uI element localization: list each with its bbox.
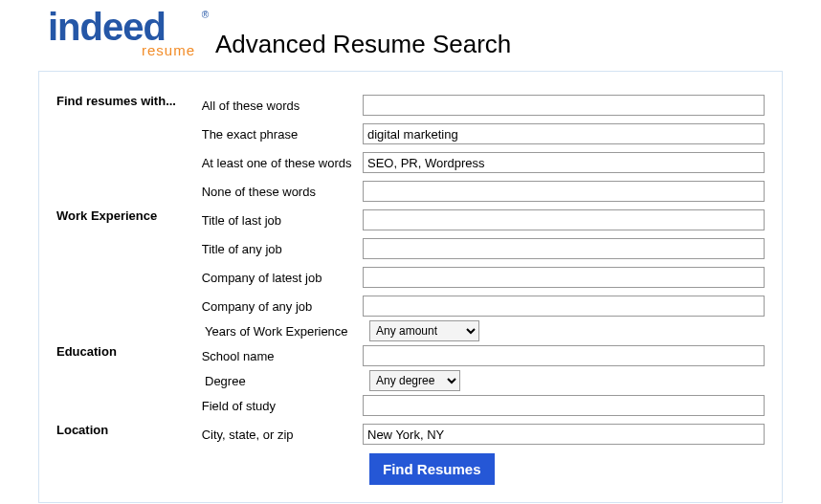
label-all-words: All of these words xyxy=(202,99,363,113)
label-city-state-zip: City, state, or zip xyxy=(202,427,363,442)
label-years-experience: Years of Work Experience xyxy=(205,324,369,339)
title-last-input[interactable] xyxy=(363,209,765,230)
company-any-input[interactable] xyxy=(363,296,765,317)
field-study-input[interactable] xyxy=(363,395,765,416)
label-title-any: Title of any job xyxy=(202,242,363,256)
none-words-input[interactable] xyxy=(363,181,765,202)
degree-select[interactable]: Any degree xyxy=(369,370,460,391)
label-company-latest: Company of latest job xyxy=(202,271,363,285)
label-exact-phrase: The exact phrase xyxy=(202,127,363,142)
registered-mark: ® xyxy=(202,10,209,20)
label-school-name: School name xyxy=(202,349,363,363)
label-degree: Degree xyxy=(205,374,369,388)
label-title-last: Title of last job xyxy=(202,213,363,228)
search-form: Find resumes with... All of these words … xyxy=(38,71,783,503)
label-at-least-one: At least one of these words xyxy=(202,156,363,170)
indeed-logo: indeed resume ® xyxy=(48,8,201,61)
label-none-words: None of these words xyxy=(202,185,363,199)
exact-phrase-input[interactable] xyxy=(363,123,765,144)
section-work-experience: Work Experience xyxy=(56,206,202,223)
section-location: Location xyxy=(56,420,202,437)
at-least-one-input[interactable] xyxy=(363,152,765,173)
section-education: Education xyxy=(56,341,202,359)
label-company-any: Company of any job xyxy=(202,299,363,314)
section-find-resumes: Find resumes with... xyxy=(56,91,202,108)
label-field-study: Field of study xyxy=(202,399,363,413)
header: indeed resume ® Advanced Resume Search xyxy=(0,0,821,71)
logo-text-main: indeed xyxy=(48,8,201,46)
city-state-zip-input[interactable] xyxy=(363,424,765,445)
all-words-input[interactable] xyxy=(363,95,765,116)
years-experience-select[interactable]: Any amount xyxy=(369,320,479,341)
title-any-input[interactable] xyxy=(363,238,765,259)
company-latest-input[interactable] xyxy=(363,267,765,288)
page-title: Advanced Resume Search xyxy=(215,30,511,61)
find-resumes-button[interactable]: Find Resumes xyxy=(369,453,495,485)
school-name-input[interactable] xyxy=(363,345,765,366)
